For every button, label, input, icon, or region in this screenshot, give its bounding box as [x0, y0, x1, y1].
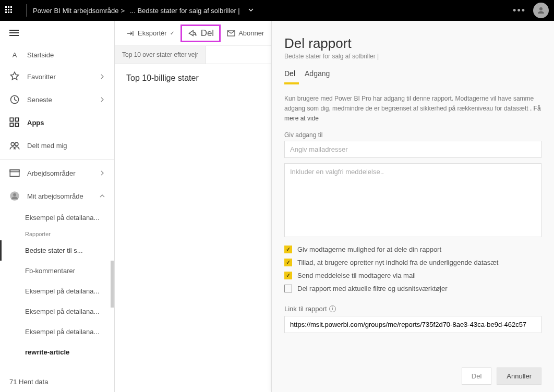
svg-point-11 — [13, 193, 16, 197]
share-button-highlighted[interactable]: Del — [180, 24, 221, 42]
more-icon[interactable]: ••• — [513, 5, 526, 16]
chevron-up-icon — [100, 192, 105, 200]
checkbox-icon: ✓ — [284, 259, 292, 266]
subscribe-label: Abonner — [238, 29, 264, 37]
shared-icon — [9, 140, 20, 151]
svg-point-0 — [539, 7, 543, 10]
hamburger-icon[interactable] — [0, 21, 114, 45]
svg-point-7 — [15, 142, 18, 145]
panel-tab-access[interactable]: Adgang — [305, 69, 330, 81]
chevron-down-icon[interactable] — [248, 7, 254, 15]
ws-item[interactable]: Eksempel på detailana... — [0, 281, 114, 301]
mail-icon — [227, 29, 235, 38]
chevron-right-icon — [100, 169, 105, 177]
svg-rect-3 — [15, 118, 18, 121]
shared-label: Delt med mig — [27, 142, 67, 150]
tab-top10-weather[interactable]: Top 10 over stater efter vejr — [115, 46, 206, 64]
sidebar: A Startside Favoritter Seneste Apps Delt… — [0, 21, 115, 392]
clock-icon — [9, 94, 20, 105]
ws-item[interactable]: Eksempel på detailana... — [0, 207, 114, 228]
panel-buttons: Del Annuller — [284, 357, 541, 385]
svg-rect-2 — [10, 118, 13, 121]
home-label: Startside — [27, 51, 54, 59]
export-icon — [126, 29, 135, 38]
sidebar-home[interactable]: A Startside — [0, 45, 114, 65]
sidebar-favorites[interactable]: Favoritter — [0, 65, 114, 88]
svg-rect-9 — [10, 170, 19, 172]
divider — [0, 159, 114, 160]
divider — [26, 4, 27, 17]
ws-item-active[interactable]: Bedste stater til s... — [0, 240, 114, 261]
panel-tab-share[interactable]: Del — [284, 69, 295, 81]
app-launcher-icon[interactable] — [5, 6, 14, 15]
checkbox-icon — [284, 285, 292, 292]
checkbox-icon: ✓ — [284, 246, 292, 253]
user-avatar[interactable] — [533, 3, 549, 18]
export-button[interactable]: Eksportér ✓ — [121, 26, 179, 41]
check-send-email[interactable]: ✓ Send meddelelse til modtagere via mail — [284, 272, 541, 279]
sidebar-myworkspace[interactable]: Mit arbejdsområde — [0, 185, 114, 207]
ws-item[interactable]: rewrite-article — [0, 342, 114, 362]
sidebar-shared[interactable]: Delt med mig — [0, 134, 114, 157]
message-textarea[interactable] — [284, 163, 541, 237]
get-data-link[interactable]: 71 Hent data — [0, 372, 114, 392]
report-crumb[interactable]: ... Bedste stater for salg af solbriller… — [130, 7, 240, 15]
apps-icon — [9, 117, 20, 128]
svg-point-6 — [11, 142, 14, 145]
crumb-sep: > — [121, 7, 125, 15]
info-icon[interactable]: i — [329, 305, 336, 312]
share-submit-button[interactable]: Del — [462, 368, 492, 385]
panel-description: Kun brugere med Power BI Pro har adgang … — [284, 94, 541, 124]
chevron-right-icon — [100, 73, 105, 81]
star-icon — [9, 71, 20, 82]
export-label: Eksportér — [138, 29, 167, 37]
cancel-button[interactable]: Annuller — [497, 368, 541, 385]
svg-rect-5 — [15, 123, 18, 126]
person-icon — [9, 191, 20, 201]
sidebar-apps[interactable]: Apps — [0, 111, 114, 134]
share-icon — [187, 29, 197, 38]
chevron-right-icon — [100, 96, 105, 104]
ws-item[interactable]: Fb-kommentarer — [0, 261, 114, 281]
apps-label: Apps — [27, 119, 44, 127]
workspace-crumb[interactable]: Mit arbejdsområde — [63, 7, 119, 15]
grant-access-label: Giv adgang til — [284, 131, 541, 139]
panel-title: Del rapport — [284, 35, 541, 52]
recent-label: Seneste — [27, 96, 52, 104]
myworkspace-label: Mit arbejdsområde — [27, 192, 83, 200]
sidebar-workspaces[interactable]: Arbejdsområder — [0, 162, 114, 185]
report-link-label: Link til rapport i — [284, 305, 541, 313]
checkbox-icon: ✓ — [284, 272, 292, 279]
subscribe-button[interactable]: Abonner — [222, 26, 269, 41]
favorites-label: Favoritter — [27, 73, 56, 81]
sidebar-recent[interactable]: Seneste — [0, 88, 114, 111]
check-allow-build[interactable]: ✓ Tillad, at brugere opretter nyt indhol… — [284, 259, 541, 266]
share-panel: Del rapport Bedste stater for salg af so… — [271, 21, 554, 392]
workspaces-label: Arbejdsområder — [27, 169, 76, 177]
panel-subtitle: Bedste stater for salg af solbriller | — [284, 53, 541, 60]
svg-rect-8 — [10, 170, 19, 177]
check-allow-reshare[interactable]: ✓ Giv modtagerne mulighed for at dele di… — [284, 246, 541, 253]
panel-tabs: Del Adgang — [284, 69, 541, 81]
report-link-input[interactable] — [284, 316, 541, 333]
header-bar: Power BI Mit arbejdsområde > ... Bedste … — [0, 0, 554, 21]
share-label: Del — [201, 28, 214, 39]
workspaces-icon — [9, 168, 20, 178]
tab-underline — [284, 82, 299, 84]
scrollbar[interactable] — [111, 261, 114, 308]
ws-section: Rapporter — [0, 228, 114, 240]
app-name: Power BI — [33, 7, 61, 15]
ws-item[interactable]: Eksempel på detailana... — [0, 322, 114, 342]
ws-item[interactable]: Eksempel på detailana... — [0, 301, 114, 322]
svg-rect-4 — [10, 123, 13, 126]
home-prefix: A — [9, 51, 20, 59]
check-current-filters[interactable]: Del rapport med aktuelle filtre og udsni… — [284, 285, 541, 292]
email-input[interactable] — [284, 141, 541, 158]
